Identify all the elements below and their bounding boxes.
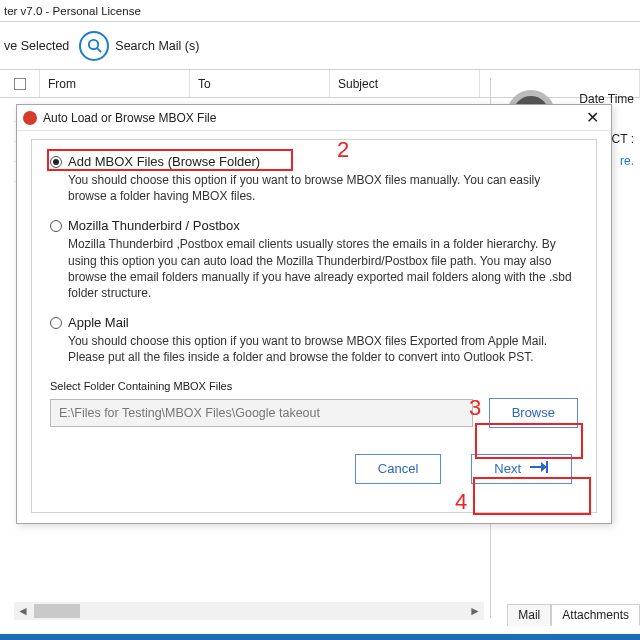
column-from[interactable]: From bbox=[40, 70, 190, 97]
svg-rect-2 bbox=[546, 461, 548, 473]
checkbox-icon bbox=[14, 78, 26, 90]
folder-path-input[interactable] bbox=[50, 399, 473, 427]
toolbar: ve Selected Search Mail (s) bbox=[0, 22, 640, 70]
radio-icon[interactable] bbox=[50, 220, 62, 232]
svg-line-1 bbox=[97, 48, 101, 52]
window-title-text: ter v7.0 - Personal License bbox=[4, 5, 141, 17]
scroll-thumb[interactable] bbox=[34, 604, 80, 618]
preview-tabs: Mail Attachments bbox=[507, 604, 640, 626]
column-subject[interactable]: Subject bbox=[330, 70, 480, 97]
dialog-titlebar: Auto Load or Browse MBOX File ✕ bbox=[17, 105, 611, 131]
option-add-mbox-label: Add MBOX Files (Browse Folder) bbox=[68, 154, 260, 169]
browse-dialog: Auto Load or Browse MBOX File ✕ Add MBOX… bbox=[16, 104, 612, 524]
option-thunderbird[interactable]: Mozilla Thunderbird / Postbox Mozilla Th… bbox=[50, 218, 578, 301]
browse-button[interactable]: Browse bbox=[489, 398, 578, 428]
option-apple-mail[interactable]: Apple Mail You should choose this option… bbox=[50, 315, 578, 365]
dialog-title-text: Auto Load or Browse MBOX File bbox=[43, 111, 216, 125]
folder-field-label: Select Folder Containing MBOX Files bbox=[50, 380, 578, 392]
arrow-right-icon bbox=[529, 460, 549, 477]
close-icon[interactable]: ✕ bbox=[580, 108, 605, 127]
search-mail-label: Search Mail (s) bbox=[115, 39, 199, 53]
option-apple-mail-label: Apple Mail bbox=[68, 315, 129, 330]
search-icon bbox=[79, 31, 109, 61]
option-thunderbird-desc: Mozilla Thunderbird ,Postbox email clien… bbox=[68, 236, 578, 301]
tab-mail[interactable]: Mail bbox=[507, 604, 551, 626]
horizontal-scrollbar[interactable]: ◄ ► bbox=[14, 602, 484, 620]
scroll-left-icon[interactable]: ◄ bbox=[14, 602, 32, 620]
column-to[interactable]: To bbox=[190, 70, 330, 97]
radio-icon[interactable] bbox=[50, 156, 62, 168]
dialog-body: Add MBOX Files (Browse Folder) You shoul… bbox=[31, 139, 597, 513]
next-button[interactable]: Next bbox=[471, 454, 572, 484]
ct-label: CT : bbox=[612, 132, 634, 146]
option-thunderbird-label: Mozilla Thunderbird / Postbox bbox=[68, 218, 240, 233]
option-add-mbox-desc: You should choose this option if you wan… bbox=[68, 172, 578, 204]
select-all-checkbox[interactable] bbox=[0, 70, 40, 97]
search-mail-button[interactable]: Search Mail (s) bbox=[79, 31, 199, 61]
cancel-button[interactable]: Cancel bbox=[355, 454, 441, 484]
remove-selected-button[interactable]: ve Selected bbox=[4, 39, 69, 53]
tab-attachments[interactable]: Attachments bbox=[551, 604, 640, 626]
window-title: ter v7.0 - Personal License bbox=[0, 0, 640, 22]
option-apple-mail-desc: You should choose this option if you wan… bbox=[68, 333, 578, 365]
option-add-mbox[interactable]: Add MBOX Files (Browse Folder) You shoul… bbox=[50, 154, 578, 204]
scroll-right-icon[interactable]: ► bbox=[466, 602, 484, 620]
svg-point-0 bbox=[89, 40, 98, 49]
preview-link[interactable]: re. bbox=[620, 154, 634, 168]
radio-icon[interactable] bbox=[50, 317, 62, 329]
accent-bar bbox=[0, 634, 640, 640]
remove-selected-label: ve Selected bbox=[4, 39, 69, 53]
app-icon bbox=[23, 111, 37, 125]
